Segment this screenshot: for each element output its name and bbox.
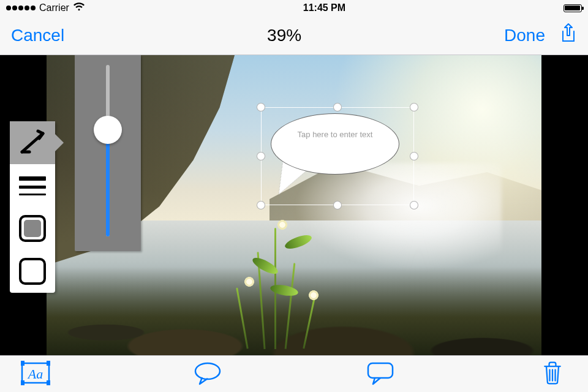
resize-handle-tr[interactable] — [410, 103, 418, 111]
svg-point-6 — [195, 363, 220, 379]
svg-rect-3 — [21, 380, 24, 385]
selection-box[interactable] — [261, 107, 414, 205]
line-weight-icon — [19, 176, 46, 195]
status-left: Carrier — [6, 2, 85, 13]
wifi-icon — [73, 2, 85, 13]
status-bar: Carrier 11:45 PM — [0, 0, 588, 16]
tool-angle[interactable] — [10, 121, 55, 164]
tool-line-weight[interactable] — [10, 164, 55, 207]
speech-bubble-rect-icon — [366, 361, 395, 385]
add-speech-bubble-rect-button[interactable] — [366, 361, 395, 387]
battery-icon — [564, 4, 582, 12]
carrier-label: Carrier — [39, 2, 69, 13]
fill-color-icon — [19, 215, 46, 242]
add-text-button[interactable]: Aa — [21, 361, 50, 387]
slider-thumb[interactable] — [94, 116, 122, 144]
svg-text:Aa: Aa — [27, 366, 43, 382]
resize-handle-b[interactable] — [333, 201, 342, 209]
line-width-slider[interactable] — [106, 65, 110, 236]
cancel-button[interactable]: Cancel — [11, 26, 64, 45]
share-button[interactable] — [560, 23, 577, 48]
resize-handle-l[interactable] — [257, 152, 265, 160]
svg-rect-2 — [47, 361, 50, 366]
status-right — [564, 4, 582, 12]
svg-rect-1 — [21, 361, 24, 366]
resize-handle-tl[interactable] — [257, 103, 265, 111]
nav-title: 39% — [267, 26, 301, 45]
signal-strength-icon — [6, 6, 36, 10]
done-button[interactable]: Done — [504, 26, 545, 45]
add-speech-bubble-button[interactable] — [193, 361, 222, 387]
resize-handle-t[interactable] — [333, 103, 342, 111]
svg-rect-7 — [368, 363, 393, 378]
speech-bubble-round-icon — [193, 361, 222, 385]
outline-icon — [19, 258, 46, 285]
resize-handle-r[interactable] — [410, 152, 418, 160]
resize-handle-br[interactable] — [410, 201, 418, 209]
svg-rect-4 — [47, 380, 50, 385]
style-tool-panel — [10, 121, 55, 293]
navbar: Cancel 39% Done — [0, 16, 588, 55]
text-box-icon: Aa — [21, 361, 50, 385]
angle-icon — [18, 127, 47, 158]
tool-fill-color[interactable] — [10, 207, 55, 250]
tool-outline[interactable] — [10, 250, 55, 293]
speech-bubble-object[interactable]: Tap here to enter text — [261, 107, 414, 205]
resize-handle-bl[interactable] — [257, 201, 265, 209]
bottom-toolbar: Aa — [0, 355, 588, 392]
status-time: 11:45 PM — [303, 2, 345, 13]
delete-button[interactable] — [538, 361, 567, 387]
line-width-slider-panel — [75, 55, 141, 251]
share-icon — [560, 23, 577, 43]
canvas-area[interactable]: Tap here to enter text — [0, 55, 588, 355]
trash-icon — [538, 361, 567, 385]
